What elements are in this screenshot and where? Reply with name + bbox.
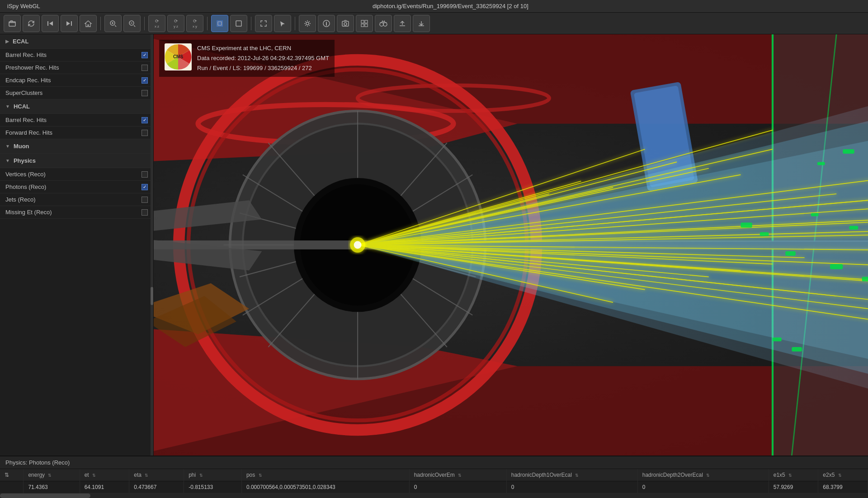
hadronic-depth1-header[interactable]: hadronicDepth1OverEcal ⇅ xyxy=(506,469,637,481)
svg-rect-15 xyxy=(365,20,368,23)
sidebar-item-jets-reco[interactable]: Jets (Reco) xyxy=(0,193,153,206)
rotate-xy-button[interactable]: ⟳x y xyxy=(186,15,203,32)
section-header-physics[interactable]: ▼ Physics xyxy=(0,154,153,168)
cell-hadronicOverEm: 0 xyxy=(409,481,506,493)
refresh-button[interactable] xyxy=(23,15,40,32)
viewport[interactable]: CMS CMS Experiment at the LHC, CERN Data… xyxy=(154,34,868,456)
event-path: diphoton.ig/Events/Run_199699/Event_3362… xyxy=(373,3,528,9)
cursor-mode-button[interactable] xyxy=(274,15,291,32)
main-area: ▶ ECAL Barrel Rec. Hits Preshower Rec. H… xyxy=(0,34,868,456)
preshower-rec-hits-checkbox[interactable] xyxy=(142,65,148,71)
scrollbar-thumb[interactable] xyxy=(0,493,90,498)
muon-collapse-arrow: ▼ xyxy=(5,144,10,149)
info-button[interactable] xyxy=(318,15,335,32)
rotate-yz-button[interactable]: ⟳y z xyxy=(167,15,184,32)
row-selector[interactable] xyxy=(0,481,24,493)
open-file-button[interactable] xyxy=(4,15,21,32)
svg-rect-106 xyxy=(817,162,825,165)
cell-hadronicDepth1OverEcal: 0 xyxy=(506,481,637,493)
section-header-ecal[interactable]: ▶ ECAL xyxy=(0,34,153,49)
cell-eta: 0.473667 xyxy=(129,481,184,493)
sidebar-item-vertices-reco[interactable]: Vertices (Reco) xyxy=(0,168,153,181)
zoom-in-button[interactable] xyxy=(104,15,122,32)
pos-header[interactable]: pos ⇅ xyxy=(241,469,409,481)
sidebar-item-missing-et-reco[interactable]: Missing Et (Reco) xyxy=(0,206,153,219)
binoculars-button[interactable] xyxy=(375,15,392,32)
upload-button[interactable] xyxy=(394,15,411,32)
next-event-button[interactable] xyxy=(61,15,78,32)
grid-button[interactable] xyxy=(356,15,373,32)
sort-icon-header[interactable]: ⇅ xyxy=(0,469,24,481)
barrel-rec-hits-checkbox[interactable] xyxy=(142,52,148,58)
cell-e2x5: 68.3799 xyxy=(818,481,868,493)
cell-hadronicDepth2OverEcal: 0 xyxy=(637,481,769,493)
sidebar-scrollbar[interactable] xyxy=(151,34,153,456)
svg-rect-14 xyxy=(361,20,364,23)
phi-header[interactable]: phi ⇅ xyxy=(184,469,242,481)
eta-header[interactable]: eta ⇅ xyxy=(129,469,184,481)
svg-rect-91 xyxy=(811,213,819,216)
et-header[interactable]: et ⇅ xyxy=(80,469,129,481)
jets-reco-checkbox[interactable] xyxy=(142,197,148,203)
home-button[interactable] xyxy=(80,15,97,32)
toolbar: ⟳x z ⟳y z ⟳x y xyxy=(0,13,868,34)
sidebar: ▶ ECAL Barrel Rec. Hits Preshower Rec. H… xyxy=(0,34,154,456)
physics-collapse-arrow: ▼ xyxy=(5,158,10,163)
hcal-barrel-label: Barrel Rec. Hits xyxy=(5,117,142,123)
photons-reco-checkbox[interactable] xyxy=(142,184,148,190)
separator-1 xyxy=(100,17,101,30)
endcap-rec-hits-checkbox[interactable] xyxy=(142,77,148,84)
energy-header[interactable]: energy ⇅ xyxy=(24,469,80,481)
physics-section-label: Physics xyxy=(14,157,36,164)
photons-table: ⇅ energy ⇅ et ⇅ eta ⇅ phi ⇅ pos ⇅ hadron… xyxy=(0,469,868,493)
hadronic-over-em-header[interactable]: hadronicOverEm ⇅ xyxy=(409,469,506,481)
data-table-container[interactable]: ⇅ energy ⇅ et ⇅ eta ⇅ phi ⇅ pos ⇅ hadron… xyxy=(0,469,868,493)
missing-et-reco-checkbox[interactable] xyxy=(142,209,148,216)
prev-event-button[interactable] xyxy=(42,15,59,32)
table-body: 71.436364.10910.473667-0.8151330.0007005… xyxy=(0,481,868,493)
ecal-collapse-arrow: ▶ xyxy=(5,39,9,44)
endcap-rec-hits-label: Endcap Rec. Hits xyxy=(5,77,142,84)
svg-rect-93 xyxy=(849,226,858,230)
data-date: Data recorded: 2012-Jul-26 04:29:42.3974… xyxy=(197,53,329,63)
cell-e1x5: 57.9269 xyxy=(769,481,818,493)
sidebar-item-endcap-rec-hits[interactable]: Endcap Rec. Hits xyxy=(0,74,153,87)
sidebar-item-preshower-rec-hits[interactable]: Preshower Rec. Hits xyxy=(0,61,153,74)
3d-visualization[interactable] xyxy=(154,34,868,456)
sidebar-item-hcal-barrel[interactable]: Barrel Rec. Hits xyxy=(0,114,153,127)
svg-rect-88 xyxy=(741,223,752,228)
zoom-out-button[interactable] xyxy=(123,15,141,32)
table-row[interactable]: 71.436364.10910.473667-0.8151330.0007005… xyxy=(0,481,868,493)
svg-rect-89 xyxy=(760,232,769,236)
sidebar-item-forward-rec-hits[interactable]: Forward Rec. Hits xyxy=(0,127,153,139)
hcal-barrel-checkbox[interactable] xyxy=(142,117,148,123)
svg-rect-17 xyxy=(365,24,368,27)
vertices-reco-checkbox[interactable] xyxy=(142,171,148,178)
svg-rect-105 xyxy=(792,347,802,352)
e1x5-header[interactable]: e1x5 ⇅ xyxy=(769,469,818,481)
sidebar-item-superclusters[interactable]: SuperClusters xyxy=(0,87,153,99)
section-header-hcal[interactable]: ▼ HCAL xyxy=(0,99,153,114)
superclusters-checkbox[interactable] xyxy=(142,90,148,96)
forward-rec-hits-checkbox[interactable] xyxy=(142,130,148,136)
svg-rect-104 xyxy=(773,338,782,341)
sidebar-item-photons-reco[interactable]: Photons (Reco) xyxy=(0,181,153,193)
rotate-xz-button[interactable]: ⟳x z xyxy=(148,15,165,32)
download-button[interactable] xyxy=(413,15,430,32)
screenshot-button[interactable] xyxy=(337,15,354,32)
separator-4 xyxy=(251,17,251,30)
view-perspective-button[interactable] xyxy=(211,15,228,32)
app-title: iSpy WebGL xyxy=(7,3,40,9)
view-ortho-button[interactable] xyxy=(230,15,247,32)
section-header-muon[interactable]: ▼ Muon xyxy=(0,139,153,154)
cell-pos: 0.000700564,0.000573501,0.028343 xyxy=(241,481,409,493)
forward-rec-hits-label: Forward Rec. Hits xyxy=(5,129,142,136)
hadronic-depth2-header[interactable]: hadronicDepth2OverEcal ⇅ xyxy=(637,469,769,481)
sidebar-scroll-thumb[interactable] xyxy=(151,287,153,305)
sidebar-item-barrel-rec-hits[interactable]: Barrel Rec. Hits xyxy=(0,49,153,61)
settings-button[interactable] xyxy=(299,15,316,32)
expand-button[interactable] xyxy=(255,15,272,32)
horizontal-scrollbar[interactable] xyxy=(0,493,868,498)
svg-rect-9 xyxy=(236,21,241,26)
e2x5-header[interactable]: e2x5 ⇅ xyxy=(818,469,868,481)
